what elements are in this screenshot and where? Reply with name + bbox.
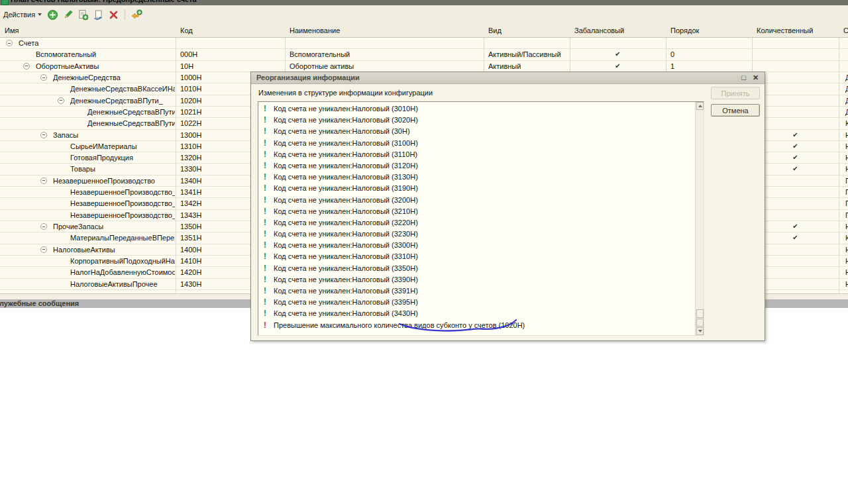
tree-collapse-icon[interactable] [40, 74, 47, 81]
message-text: Код счета не уникален:Налоговый (3230Н) [274, 228, 418, 240]
message-item[interactable]: !Превышение максимального количества вид… [258, 320, 695, 331]
message-item[interactable]: !Код счета не уникален:Налоговый (3391Н) [258, 285, 695, 297]
message-item[interactable]: !Код счета не уникален:Налоговый (3210Н) [258, 206, 695, 217]
tree-collapse-icon[interactable] [40, 246, 47, 253]
message-item[interactable]: !Код счета не уникален:Налоговый (3120Н) [258, 160, 695, 172]
cell-name: НезавершенноеПроизводство [0, 176, 175, 186]
table-row[interactable]: Вспомогательный000НВспомогательныйАктивн… [0, 49, 848, 60]
tree-collapse-icon[interactable] [40, 177, 47, 184]
cell-s: Н [845, 141, 848, 152]
message-text: Код счета не уникален:Налоговый (3390Н) [274, 274, 418, 285]
warning-exclamation-icon: ! [264, 308, 266, 319]
scrollbar-thumb[interactable] [696, 309, 704, 318]
account-name: НалоговыеАктивы [53, 244, 115, 255]
message-item[interactable]: !Код счета не уникален:Налоговый (3100Н) [258, 138, 695, 149]
message-item[interactable]: !Код счета не уникален:Налоговый (3310Н) [258, 251, 695, 262]
copy-add-icon[interactable] [76, 8, 90, 21]
message-item[interactable]: !Код счета не уникален:Налоговый (3430Н) [258, 308, 695, 319]
add-icon[interactable] [45, 8, 60, 21]
cell-s: Н [845, 279, 848, 289]
cell-code: 000Н [180, 49, 285, 60]
tree-collapse-icon[interactable] [58, 97, 64, 104]
tree-collapse-icon[interactable] [23, 63, 30, 70]
warning-exclamation-icon: ! [264, 138, 266, 149]
table-row[interactable]: ОборотныеАктивы10НОборотные активыАктивн… [0, 61, 848, 72]
edit-icon[interactable] [60, 8, 75, 21]
warning-exclamation-icon: ! [264, 183, 266, 194]
message-text: Код счета не уникален:Налоговый (30Н) [274, 126, 410, 137]
warning-exclamation-icon: ! [264, 251, 266, 262]
message-item[interactable]: !Код счета не уникален:Налоговый (3110Н) [258, 149, 695, 160]
window-icon [1, 0, 9, 5]
cell-name: НезавершенноеПроизводство_Вспомог... [0, 210, 175, 221]
accept-button[interactable]: Принять [711, 87, 760, 99]
cancel-button[interactable]: Отмена [711, 104, 760, 117]
account-name: НезавершенноеПроизводство_Полуфа... [70, 198, 175, 209]
table-row[interactable]: Счета [0, 38, 848, 49]
account-name: ДенежныеСредстваВПутиКонверта... [87, 118, 175, 128]
warning-exclamation-icon: ! [264, 217, 266, 228]
column-header-zabal: Забалансовый [570, 24, 666, 37]
tree-collapse-icon[interactable] [6, 40, 13, 46]
warning-exclamation-icon: ! [264, 115, 266, 126]
message-item[interactable]: !Код счета не уникален:Налоговый (3395Н) [258, 297, 695, 308]
message-text: Код счета не уникален:Налоговый (3200Н) [274, 195, 418, 206]
message-item[interactable]: !Код счета не уникален:Налоговый (3220Н) [258, 217, 695, 228]
account-name: НалогНаДобавленнуюСтоимостьКВозм... [70, 267, 175, 277]
cell-name: Товары [0, 164, 175, 174]
cell-s: Н [845, 256, 848, 266]
account-name: ПрочиеЗапасы [53, 221, 103, 232]
message-item[interactable]: !Код счета не уникален:Налоговый (3390Н) [258, 274, 695, 285]
message-item[interactable]: !Код счета не уникален:Налоговый (3010Н) [258, 103, 695, 115]
warning-exclamation-icon: ! [264, 240, 266, 251]
cell-name: Запасы [0, 130, 175, 140]
message-text: Код счета не уникален:Налоговый (3130Н) [274, 172, 418, 183]
document-arrow-icon[interactable] [91, 8, 105, 21]
message-item[interactable]: !Код счета не уникален:Налоговый (3190Н) [258, 183, 695, 194]
cell-s: Д [845, 72, 848, 83]
account-name: НезавершенноеПроизводство [53, 176, 155, 186]
cell-naimen: Оборотные активы [290, 61, 484, 72]
scrollbar[interactable] [695, 102, 704, 335]
delete-icon[interactable] [106, 8, 121, 21]
message-text: Код счета не уникален:Налоговый (3100Н) [274, 138, 418, 149]
actions-menu-button[interactable]: Действия [0, 9, 44, 20]
column-header-order: Порядок [666, 24, 752, 37]
add-group-icon[interactable] [129, 8, 144, 21]
actions-label: Действия [3, 11, 35, 19]
warning-exclamation-icon: ! [264, 172, 266, 183]
cell-s: П [845, 210, 848, 221]
cell-name: ПрочиеЗапасы [0, 221, 175, 232]
close-icon[interactable]: ✕ [751, 73, 761, 83]
maximize-icon[interactable]: □ [739, 73, 749, 83]
message-text: Код счета не уникален:Налоговый (3350Н) [274, 263, 418, 274]
column-header-kolich: Количественный [752, 24, 839, 37]
cell-s: Н [845, 164, 848, 174]
message-item[interactable]: !Код счета не уникален:Налоговый (3020Н) [258, 115, 695, 126]
scroll-up-icon[interactable] [696, 102, 704, 110]
message-item[interactable]: !Код счета не уникален:Налоговый (3350Н) [258, 263, 695, 274]
messages-list: !Код счета не уникален:Налоговый (3010Н)… [258, 101, 704, 336]
message-item[interactable]: !Код счета не уникален:Налоговый (3130Н) [258, 172, 695, 183]
cell-order: 0 [670, 49, 752, 60]
scroll-down-icon[interactable] [696, 327, 704, 335]
message-item[interactable]: !Код счета не уникален:Налоговый (3200Н) [258, 195, 695, 206]
message-item[interactable]: !Код счета не уникален:Налоговый (3230Н) [258, 228, 695, 240]
account-name: Вспомогательный [36, 49, 96, 60]
cell-s: Н [845, 152, 848, 163]
cell-s: Н [845, 267, 848, 277]
dialog-titlebar[interactable]: Реорганизация информации □ ✕ [251, 72, 765, 84]
tree-collapse-icon[interactable] [40, 132, 47, 138]
message-text: Код счета не уникален:Налоговый (3391Н) [274, 285, 418, 297]
cell-code: 10Н [180, 61, 285, 72]
account-name: НезавершенноеПроизводство_Вспомог... [70, 210, 175, 221]
message-text: Код счета не уникален:Налоговый (3110Н) [274, 149, 417, 160]
scroll-split-button[interactable] [696, 319, 704, 327]
message-item[interactable]: !Код счета не уникален:Налоговый (3300Н) [258, 240, 695, 251]
screen: План счетов Налоговый: Предопределенные … [0, 0, 848, 504]
tree-collapse-icon[interactable] [40, 223, 47, 230]
message-item[interactable]: !Код счета не уникален:Налоговый (30Н) [258, 126, 695, 137]
cell-name: НалоговыеАктивы [0, 244, 175, 255]
account-name: Счета [19, 38, 38, 48]
account-name: ДенежныеСредстваВПути [87, 107, 175, 117]
